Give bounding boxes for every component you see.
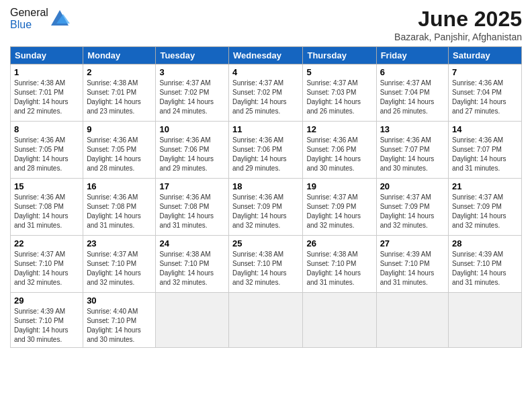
day-number: 11: [232, 124, 299, 134]
day-number: 9: [87, 124, 152, 134]
day-number: 30: [87, 295, 152, 306]
location: Bazarak, Panjshir, Afghanistan: [394, 32, 522, 42]
day-number: 13: [380, 124, 445, 134]
table-row: [449, 293, 522, 348]
table-row: 21Sunrise: 4:37 AMSunset: 7:09 PMDayligh…: [449, 179, 522, 236]
day-info: Sunrise: 4:36 AMSunset: 7:08 PMDaylight:…: [87, 193, 152, 230]
table-row: [376, 293, 448, 348]
table-row: 27Sunrise: 4:39 AMSunset: 7:10 PMDayligh…: [376, 236, 448, 293]
day-info: Sunrise: 4:36 AMSunset: 7:06 PMDaylight:…: [306, 136, 372, 173]
calendar-week-row: 29Sunrise: 4:39 AMSunset: 7:10 PMDayligh…: [11, 293, 522, 348]
day-number: 20: [380, 181, 445, 191]
day-info: Sunrise: 4:37 AMSunset: 7:02 PMDaylight:…: [159, 79, 225, 116]
logo-blue-text: Blue: [10, 19, 32, 30]
day-number: 6: [380, 67, 445, 77]
table-row: 25Sunrise: 4:38 AMSunset: 7:10 PMDayligh…: [229, 236, 303, 293]
day-number: 4: [232, 67, 299, 77]
table-row: 12Sunrise: 4:36 AMSunset: 7:06 PMDayligh…: [303, 122, 376, 179]
day-info: Sunrise: 4:36 AMSunset: 7:08 PMDaylight:…: [159, 193, 225, 230]
day-number: 5: [306, 67, 372, 77]
day-info: Sunrise: 4:36 AMSunset: 7:07 PMDaylight:…: [380, 136, 445, 173]
day-info: Sunrise: 4:37 AMSunset: 7:10 PMDaylight:…: [14, 250, 79, 287]
day-number: 21: [452, 181, 518, 191]
table-row: 30Sunrise: 4:40 AMSunset: 7:10 PMDayligh…: [83, 293, 156, 348]
day-info: Sunrise: 4:36 AMSunset: 7:05 PMDaylight:…: [87, 136, 152, 173]
month-title: June 2025: [394, 7, 522, 32]
day-number: 28: [452, 238, 518, 248]
table-row: 29Sunrise: 4:39 AMSunset: 7:10 PMDayligh…: [11, 293, 83, 348]
logo-general-text: General: [10, 7, 48, 18]
table-row: 22Sunrise: 4:37 AMSunset: 7:10 PMDayligh…: [11, 236, 83, 293]
day-info: Sunrise: 4:38 AMSunset: 7:10 PMDaylight:…: [306, 250, 372, 287]
day-number: 23: [87, 238, 152, 248]
day-info: Sunrise: 4:36 AMSunset: 7:04 PMDaylight:…: [452, 79, 518, 116]
day-number: 15: [14, 181, 79, 191]
col-sunday: Sunday: [11, 47, 83, 64]
col-saturday: Saturday: [449, 47, 522, 64]
day-info: Sunrise: 4:36 AMSunset: 7:06 PMDaylight:…: [159, 136, 225, 173]
calendar-table: Sunday Monday Tuesday Wednesday Thursday…: [10, 46, 522, 348]
table-row: [303, 293, 376, 348]
table-row: 6Sunrise: 4:37 AMSunset: 7:04 PMDaylight…: [376, 64, 448, 122]
col-tuesday: Tuesday: [156, 47, 229, 64]
table-row: 4Sunrise: 4:37 AMSunset: 7:02 PMDaylight…: [229, 64, 303, 122]
calendar-week-row: 15Sunrise: 4:36 AMSunset: 7:08 PMDayligh…: [11, 179, 522, 236]
table-row: 3Sunrise: 4:37 AMSunset: 7:02 PMDaylight…: [156, 64, 229, 122]
day-number: 26: [306, 238, 372, 248]
table-row: [229, 293, 303, 348]
day-number: 2: [87, 67, 152, 77]
table-row: 8Sunrise: 4:36 AMSunset: 7:05 PMDaylight…: [11, 122, 83, 179]
day-info: Sunrise: 4:37 AMSunset: 7:03 PMDaylight:…: [306, 79, 372, 116]
table-row: 26Sunrise: 4:38 AMSunset: 7:10 PMDayligh…: [303, 236, 376, 293]
day-number: 3: [159, 67, 225, 77]
day-info: Sunrise: 4:37 AMSunset: 7:09 PMDaylight:…: [306, 193, 372, 230]
col-wednesday: Wednesday: [229, 47, 303, 64]
table-row: 23Sunrise: 4:37 AMSunset: 7:10 PMDayligh…: [83, 236, 156, 293]
table-row: 9Sunrise: 4:36 AMSunset: 7:05 PMDaylight…: [83, 122, 156, 179]
day-info: Sunrise: 4:37 AMSunset: 7:10 PMDaylight:…: [87, 250, 152, 287]
table-row: 19Sunrise: 4:37 AMSunset: 7:09 PMDayligh…: [303, 179, 376, 236]
calendar-header-row: Sunday Monday Tuesday Wednesday Thursday…: [11, 47, 522, 64]
table-row: 1Sunrise: 4:38 AMSunset: 7:01 PMDaylight…: [11, 64, 83, 122]
calendar-week-row: 8Sunrise: 4:36 AMSunset: 7:05 PMDaylight…: [11, 122, 522, 179]
table-row: 10Sunrise: 4:36 AMSunset: 7:06 PMDayligh…: [156, 122, 229, 179]
col-monday: Monday: [83, 47, 156, 64]
day-number: 10: [159, 124, 225, 134]
day-number: 25: [232, 238, 299, 248]
calendar-week-row: 22Sunrise: 4:37 AMSunset: 7:10 PMDayligh…: [11, 236, 522, 293]
day-info: Sunrise: 4:38 AMSunset: 7:10 PMDaylight:…: [232, 250, 299, 287]
day-number: 22: [14, 238, 79, 248]
header: General Blue June 2025 Bazarak, Panjshir…: [10, 7, 522, 42]
day-info: Sunrise: 4:39 AMSunset: 7:10 PMDaylight:…: [380, 250, 445, 287]
day-number: 29: [14, 295, 79, 306]
table-row: 5Sunrise: 4:37 AMSunset: 7:03 PMDaylight…: [303, 64, 376, 122]
day-info: Sunrise: 4:37 AMSunset: 7:02 PMDaylight:…: [232, 79, 299, 116]
table-row: 18Sunrise: 4:36 AMSunset: 7:09 PMDayligh…: [229, 179, 303, 236]
table-row: 2Sunrise: 4:38 AMSunset: 7:01 PMDaylight…: [83, 64, 156, 122]
day-info: Sunrise: 4:36 AMSunset: 7:06 PMDaylight:…: [232, 136, 299, 173]
table-row: 13Sunrise: 4:36 AMSunset: 7:07 PMDayligh…: [376, 122, 448, 179]
calendar-week-row: 1Sunrise: 4:38 AMSunset: 7:01 PMDaylight…: [11, 64, 522, 122]
table-row: [156, 293, 229, 348]
day-info: Sunrise: 4:38 AMSunset: 7:01 PMDaylight:…: [87, 79, 152, 116]
day-number: 14: [452, 124, 518, 134]
day-number: 17: [159, 181, 225, 191]
day-info: Sunrise: 4:36 AMSunset: 7:08 PMDaylight:…: [14, 193, 79, 230]
table-row: 24Sunrise: 4:38 AMSunset: 7:10 PMDayligh…: [156, 236, 229, 293]
table-row: 15Sunrise: 4:36 AMSunset: 7:08 PMDayligh…: [11, 179, 83, 236]
col-friday: Friday: [376, 47, 448, 64]
day-info: Sunrise: 4:40 AMSunset: 7:10 PMDaylight:…: [87, 307, 152, 345]
day-number: 7: [452, 67, 518, 77]
page-container: General Blue June 2025 Bazarak, Panjshir…: [0, 0, 532, 355]
logo-icon: [50, 9, 70, 29]
day-info: Sunrise: 4:36 AMSunset: 7:05 PMDaylight:…: [14, 136, 79, 173]
day-info: Sunrise: 4:38 AMSunset: 7:10 PMDaylight:…: [159, 250, 225, 287]
day-info: Sunrise: 4:36 AMSunset: 7:09 PMDaylight:…: [232, 193, 299, 230]
table-row: 20Sunrise: 4:37 AMSunset: 7:09 PMDayligh…: [376, 179, 448, 236]
table-row: 11Sunrise: 4:36 AMSunset: 7:06 PMDayligh…: [229, 122, 303, 179]
table-row: 7Sunrise: 4:36 AMSunset: 7:04 PMDaylight…: [449, 64, 522, 122]
day-info: Sunrise: 4:38 AMSunset: 7:01 PMDaylight:…: [14, 79, 79, 116]
day-number: 18: [232, 181, 299, 191]
logo: General Blue: [10, 7, 70, 31]
day-info: Sunrise: 4:37 AMSunset: 7:09 PMDaylight:…: [452, 193, 518, 230]
